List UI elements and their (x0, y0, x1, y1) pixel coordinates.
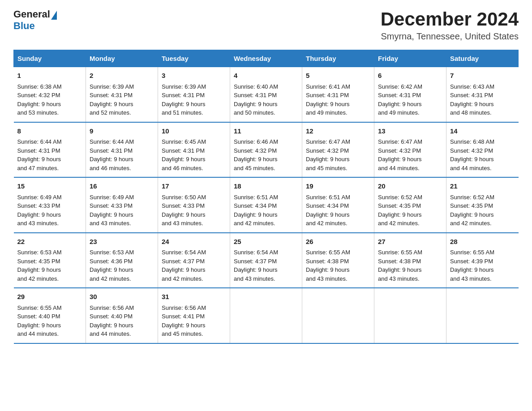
calendar-cell: 13Sunrise: 6:47 AMSunset: 4:32 PMDayligh… (374, 122, 446, 178)
calendar-cell: 25Sunrise: 6:54 AMSunset: 4:37 PMDayligh… (230, 233, 302, 288)
calendar-cell: 28Sunrise: 6:55 AMSunset: 4:39 PMDayligh… (446, 233, 519, 288)
day-info: Sunrise: 6:55 AMSunset: 4:38 PMDaylight:… (378, 249, 422, 282)
day-info: Sunrise: 6:56 AMSunset: 4:40 PMDaylight:… (90, 304, 134, 338)
calendar-cell: 15Sunrise: 6:49 AMSunset: 4:33 PMDayligh… (14, 177, 86, 233)
day-number: 20 (378, 181, 442, 192)
day-number: 24 (162, 237, 226, 247)
weekday-header-thursday: Thursday (302, 50, 374, 67)
title-area: December 2024 Smyrna, Tennessee, United … (381, 9, 519, 42)
calendar-week-row: 1Sunrise: 6:38 AMSunset: 4:32 PMDaylight… (14, 67, 519, 122)
day-info: Sunrise: 6:51 AMSunset: 4:34 PMDaylight:… (234, 194, 278, 227)
logo-triangle-icon (51, 11, 57, 20)
calendar-cell: 3Sunrise: 6:39 AMSunset: 4:31 PMDaylight… (158, 67, 230, 122)
calendar-week-row: 8Sunrise: 6:44 AMSunset: 4:31 PMDaylight… (14, 122, 519, 178)
day-info: Sunrise: 6:44 AMSunset: 4:31 PMDaylight:… (17, 138, 62, 171)
day-number: 17 (162, 181, 226, 192)
weekday-header-friday: Friday (374, 50, 446, 67)
day-number: 16 (90, 181, 154, 192)
calendar-table: SundayMondayTuesdayWednesdayThursdayFrid… (13, 50, 519, 344)
day-info: Sunrise: 6:47 AMSunset: 4:32 PMDaylight:… (306, 138, 350, 171)
day-number: 19 (306, 181, 370, 192)
weekday-header-tuesday: Tuesday (158, 50, 230, 67)
weekday-header-wednesday: Wednesday (230, 50, 302, 67)
day-info: Sunrise: 6:39 AMSunset: 4:31 PMDaylight:… (90, 83, 134, 116)
day-number: 22 (17, 237, 82, 247)
day-info: Sunrise: 6:54 AMSunset: 4:37 PMDaylight:… (162, 249, 206, 282)
day-number: 11 (234, 126, 298, 137)
day-number: 10 (162, 126, 226, 137)
calendar-cell: 9Sunrise: 6:44 AMSunset: 4:31 PMDaylight… (86, 122, 158, 178)
day-number: 12 (306, 126, 370, 137)
calendar-cell: 5Sunrise: 6:41 AMSunset: 4:31 PMDaylight… (302, 67, 374, 122)
day-info: Sunrise: 6:48 AMSunset: 4:32 PMDaylight:… (450, 138, 494, 171)
calendar-cell: 12Sunrise: 6:47 AMSunset: 4:32 PMDayligh… (302, 122, 374, 178)
calendar-cell: 31Sunrise: 6:56 AMSunset: 4:41 PMDayligh… (158, 288, 230, 343)
day-info: Sunrise: 6:47 AMSunset: 4:32 PMDaylight:… (378, 138, 422, 171)
calendar-cell: 27Sunrise: 6:55 AMSunset: 4:38 PMDayligh… (374, 233, 446, 288)
day-number: 15 (17, 181, 82, 192)
day-info: Sunrise: 6:49 AMSunset: 4:33 PMDaylight:… (17, 194, 62, 227)
calendar-cell: 23Sunrise: 6:53 AMSunset: 4:36 PMDayligh… (86, 233, 158, 288)
day-info: Sunrise: 6:49 AMSunset: 4:33 PMDaylight:… (90, 194, 134, 227)
day-info: Sunrise: 6:41 AMSunset: 4:31 PMDaylight:… (306, 83, 350, 116)
day-number: 13 (378, 126, 442, 137)
day-number: 9 (90, 126, 154, 137)
day-number: 21 (450, 181, 515, 192)
day-info: Sunrise: 6:38 AMSunset: 4:32 PMDaylight:… (17, 83, 62, 116)
day-info: Sunrise: 6:55 AMSunset: 4:40 PMDaylight:… (17, 304, 62, 338)
day-number: 14 (450, 126, 515, 137)
day-info: Sunrise: 6:40 AMSunset: 4:31 PMDaylight:… (234, 83, 278, 116)
logo-general: General (13, 9, 50, 20)
calendar-cell: 19Sunrise: 6:51 AMSunset: 4:34 PMDayligh… (302, 177, 374, 233)
calendar-cell: 22Sunrise: 6:53 AMSunset: 4:35 PMDayligh… (14, 233, 86, 288)
calendar-cell (374, 288, 446, 343)
day-number: 1 (17, 71, 82, 81)
day-number: 5 (306, 71, 370, 81)
day-info: Sunrise: 6:54 AMSunset: 4:37 PMDaylight:… (234, 249, 278, 282)
calendar-cell (446, 288, 519, 343)
day-info: Sunrise: 6:44 AMSunset: 4:31 PMDaylight:… (90, 138, 134, 171)
day-info: Sunrise: 6:53 AMSunset: 4:35 PMDaylight:… (17, 249, 62, 282)
location-subtitle: Smyrna, Tennessee, United States (381, 31, 519, 42)
day-info: Sunrise: 6:50 AMSunset: 4:33 PMDaylight:… (162, 194, 206, 227)
day-info: Sunrise: 6:51 AMSunset: 4:34 PMDaylight:… (306, 194, 350, 227)
calendar-cell: 7Sunrise: 6:43 AMSunset: 4:31 PMDaylight… (446, 67, 519, 122)
day-number: 4 (234, 71, 298, 81)
calendar-week-row: 15Sunrise: 6:49 AMSunset: 4:33 PMDayligh… (14, 177, 519, 233)
calendar-week-row: 29Sunrise: 6:55 AMSunset: 4:40 PMDayligh… (14, 288, 519, 343)
calendar-cell: 2Sunrise: 6:39 AMSunset: 4:31 PMDaylight… (86, 67, 158, 122)
calendar-cell: 4Sunrise: 6:40 AMSunset: 4:31 PMDaylight… (230, 67, 302, 122)
weekday-header-saturday: Saturday (446, 50, 519, 67)
calendar-cell: 8Sunrise: 6:44 AMSunset: 4:31 PMDaylight… (14, 122, 86, 178)
calendar-week-row: 22Sunrise: 6:53 AMSunset: 4:35 PMDayligh… (14, 233, 519, 288)
calendar-cell: 24Sunrise: 6:54 AMSunset: 4:37 PMDayligh… (158, 233, 230, 288)
day-number: 30 (90, 292, 154, 302)
day-number: 2 (90, 71, 154, 81)
day-number: 31 (162, 292, 226, 302)
day-number: 6 (378, 71, 442, 81)
day-number: 26 (306, 237, 370, 247)
calendar-cell: 10Sunrise: 6:45 AMSunset: 4:31 PMDayligh… (158, 122, 230, 178)
weekday-header-monday: Monday (86, 50, 158, 67)
logo: General Blue (13, 9, 57, 31)
calendar-cell: 17Sunrise: 6:50 AMSunset: 4:33 PMDayligh… (158, 177, 230, 233)
day-info: Sunrise: 6:53 AMSunset: 4:36 PMDaylight:… (90, 249, 134, 282)
calendar-cell (230, 288, 302, 343)
day-info: Sunrise: 6:42 AMSunset: 4:31 PMDaylight:… (378, 83, 422, 116)
calendar-cell: 21Sunrise: 6:52 AMSunset: 4:35 PMDayligh… (446, 177, 519, 233)
calendar-cell: 26Sunrise: 6:55 AMSunset: 4:38 PMDayligh… (302, 233, 374, 288)
calendar-cell: 29Sunrise: 6:55 AMSunset: 4:40 PMDayligh… (14, 288, 86, 343)
logo-blue: Blue (13, 20, 35, 31)
calendar-cell (302, 288, 374, 343)
day-number: 3 (162, 71, 226, 81)
calendar-cell: 11Sunrise: 6:46 AMSunset: 4:32 PMDayligh… (230, 122, 302, 178)
day-info: Sunrise: 6:52 AMSunset: 4:35 PMDaylight:… (378, 194, 422, 227)
day-info: Sunrise: 6:55 AMSunset: 4:39 PMDaylight:… (450, 249, 494, 282)
day-info: Sunrise: 6:56 AMSunset: 4:41 PMDaylight:… (162, 304, 206, 338)
calendar-cell: 1Sunrise: 6:38 AMSunset: 4:32 PMDaylight… (14, 67, 86, 122)
weekday-header-sunday: Sunday (14, 50, 86, 67)
day-info: Sunrise: 6:39 AMSunset: 4:31 PMDaylight:… (162, 83, 206, 116)
month-title: December 2024 (381, 9, 519, 30)
calendar-cell: 6Sunrise: 6:42 AMSunset: 4:31 PMDaylight… (374, 67, 446, 122)
day-info: Sunrise: 6:55 AMSunset: 4:38 PMDaylight:… (306, 249, 350, 282)
